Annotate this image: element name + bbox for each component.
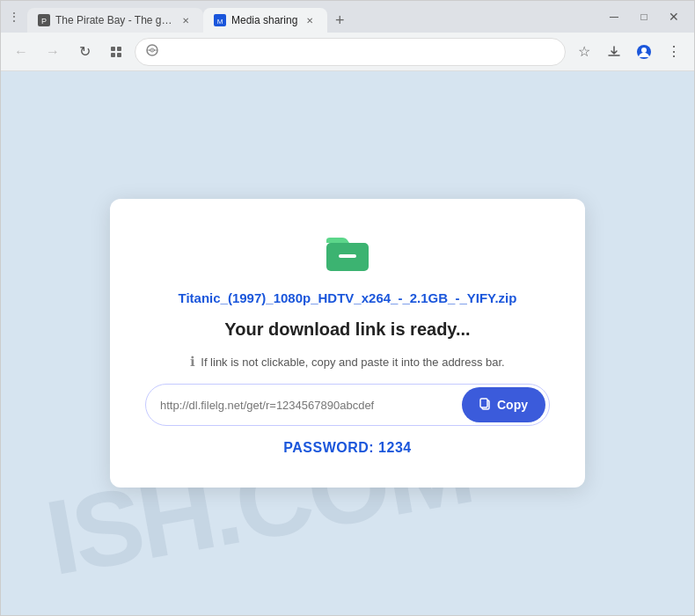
svg-rect-13 [339, 254, 356, 258]
minimize-button[interactable]: ─ [601, 4, 627, 30]
copy-icon [479, 398, 492, 413]
copy-label: Copy [497, 398, 528, 412]
password-display: PASSWORD: 1234 [283, 440, 411, 456]
tab-mediasharing-close[interactable]: ✕ [303, 13, 317, 27]
tabs-area: P The Pirate Bay - The galaxy's m ✕ M Me… [27, 1, 597, 33]
address-bar-icon [146, 44, 158, 59]
close-button[interactable]: ✕ [661, 4, 687, 30]
profile-button[interactable] [631, 39, 657, 65]
link-input[interactable] [146, 385, 458, 425]
svg-text:M: M [217, 18, 223, 26]
bookmark-button[interactable]: ☆ [571, 39, 597, 65]
tab-mediasharing-favicon: M [214, 14, 226, 26]
window-controls: ⋮ [8, 11, 20, 23]
svg-rect-6 [111, 53, 115, 57]
svg-rect-15 [480, 399, 487, 407]
forward-button[interactable]: → [40, 39, 66, 65]
page-content: ISH.COM Titanic_(1997)_1080p_HDTV_x264_-… [1, 71, 694, 615]
nav-bar: ← → ↻ ☆ [1, 33, 694, 71]
notice-text: ℹ If link is not clickable, copy and pas… [190, 354, 504, 370]
tab-piratebay-favicon: P [38, 14, 50, 26]
back-button[interactable]: ← [8, 39, 34, 65]
copy-button[interactable]: Copy [462, 387, 545, 422]
download-headline: Your download link is ready... [224, 319, 470, 340]
svg-rect-5 [117, 47, 121, 51]
tab-piratebay-label: The Pirate Bay - The galaxy's m [55, 14, 173, 26]
link-row: Copy [145, 384, 550, 426]
extensions-button[interactable] [103, 39, 129, 65]
maximize-button[interactable]: □ [631, 4, 657, 30]
svg-text:P: P [41, 17, 47, 26]
notice-message: If link is not clickable, copy and paste… [201, 356, 504, 369]
menu-button[interactable]: ⋮ [661, 39, 687, 65]
svg-point-11 [641, 48, 647, 53]
title-bar: ⋮ P The Pirate Bay - The galaxy's m ✕ M … [1, 1, 694, 33]
tab-piratebay[interactable]: P The Pirate Bay - The galaxy's m ✕ [27, 8, 203, 33]
new-tab-button[interactable]: + [327, 8, 352, 33]
nav-actions: ☆ ⋮ [571, 39, 687, 65]
browser-window: ⋮ P The Pirate Bay - The galaxy's m ✕ M … [0, 0, 695, 616]
tab-mediasharing[interactable]: M Media sharing ✕ [203, 8, 327, 33]
address-bar[interactable] [135, 38, 566, 66]
reload-button[interactable]: ↻ [71, 39, 98, 65]
svg-rect-7 [117, 53, 121, 57]
tab-list-btn[interactable]: ⋮ [8, 11, 20, 23]
filename-link[interactable]: Titanic_(1997)_1080p_HDTV_x264_-_2.1GB_-… [179, 290, 517, 305]
tab-piratebay-close[interactable]: ✕ [179, 13, 193, 27]
download-card: Titanic_(1997)_1080p_HDTV_x264_-_2.1GB_-… [110, 199, 585, 488]
svg-rect-4 [111, 47, 115, 51]
file-icon [323, 227, 372, 276]
download-button[interactable] [601, 39, 627, 65]
tab-mediasharing-label: Media sharing [231, 14, 297, 26]
notice-icon: ℹ [190, 354, 195, 370]
